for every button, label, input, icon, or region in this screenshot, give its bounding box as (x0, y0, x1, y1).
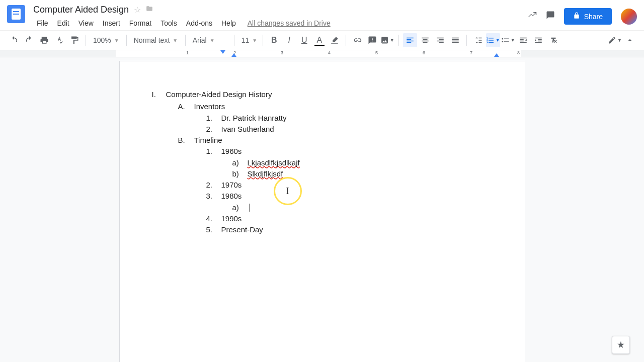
decrease-indent-button[interactable] (516, 33, 530, 47)
outline-item[interactable]: Computer-Aided Design HistoryInventorsDr… (166, 89, 493, 235)
outline-text[interactable]: Present-Day (221, 225, 263, 234)
align-center-button[interactable] (418, 33, 432, 47)
highlight-color-button[interactable] (328, 33, 342, 47)
titlebar: Computer Aided Design ☆ File Edit View I… (0, 0, 644, 30)
activity-trend-icon[interactable] (528, 11, 537, 22)
explore-button[interactable] (612, 336, 630, 354)
menubar: File Edit View Insert Format Tools Add-o… (33, 16, 528, 30)
outline-item[interactable]: 1960sLkjasdlfkjsdlkajfSlkdjflkjsdf (221, 146, 493, 179)
outline-text[interactable]: 1990s (221, 214, 242, 223)
outline-text[interactable]: Inventors (194, 102, 225, 111)
outline-text[interactable]: Slkdjflkjsdf (248, 169, 283, 178)
outline-text[interactable]: Computer-Aided Design History (166, 90, 272, 99)
outline-item[interactable]: Ivan Sutherland (221, 124, 493, 134)
bold-button[interactable]: B (267, 33, 281, 47)
outline-item[interactable]: 1990s (221, 214, 493, 224)
redo-button[interactable] (22, 33, 36, 47)
insert-image-button[interactable]: ▼ (380, 33, 394, 47)
comments-icon[interactable] (546, 11, 555, 22)
underline-button[interactable]: U (297, 33, 311, 47)
undo-button[interactable] (7, 33, 21, 47)
menu-tools[interactable]: Tools (157, 18, 181, 28)
outline-item[interactable]: 1970s (221, 180, 493, 190)
document-canvas[interactable]: Computer-Aided Design HistoryInventorsDr… (0, 57, 644, 362)
outline-text[interactable]: Dr. Patrick Hanratty (221, 114, 287, 122)
page[interactable]: Computer-Aided Design HistoryInventorsDr… (120, 61, 525, 362)
document-title[interactable]: Computer Aided Design (33, 5, 129, 15)
menu-help[interactable]: Help (218, 18, 239, 28)
paragraph-style-select[interactable]: Normal text▼ (131, 33, 181, 47)
share-button[interactable]: Share (564, 8, 612, 25)
font-size-select[interactable]: 11▼ (238, 33, 259, 47)
numbered-list-button[interactable]: ▼ (486, 33, 500, 47)
menu-view[interactable]: View (75, 18, 97, 28)
outline-item[interactable]: Slkdjflkjsdf (248, 169, 493, 179)
menu-addons[interactable]: Add-ons (183, 18, 216, 28)
outline-item[interactable]: Timeline1960sLkjasdlfkjsdlkajfSlkdjflkjs… (194, 135, 493, 235)
lock-icon (573, 12, 580, 21)
star-icon[interactable]: ☆ (134, 5, 141, 15)
left-indent-marker[interactable] (231, 53, 236, 57)
toolbar: 100%▼ Normal text▼ Arial▼ 11▼ B I U A ▼ … (0, 30, 644, 50)
outline-text[interactable]: 1980s (221, 192, 242, 200)
insert-link-button[interactable] (350, 33, 364, 47)
outline-text[interactable]: 1960s (221, 147, 242, 155)
menu-edit[interactable]: Edit (54, 18, 73, 28)
save-status[interactable]: All changes saved in Drive (248, 19, 331, 27)
text-cursor (250, 204, 250, 212)
align-justify-button[interactable] (448, 33, 462, 47)
outline-item[interactable]: InventorsDr. Patrick HanrattyIvan Suther… (194, 102, 493, 134)
docs-app-icon[interactable] (7, 5, 25, 23)
menu-file[interactable]: File (33, 18, 52, 28)
account-avatar[interactable] (621, 9, 637, 25)
move-to-folder-icon[interactable] (146, 5, 153, 14)
outline-item[interactable] (248, 203, 493, 213)
italic-button[interactable]: I (282, 33, 296, 47)
zoom-select[interactable]: 100%▼ (90, 33, 122, 47)
outline-text[interactable]: Timeline (194, 136, 222, 144)
text-color-button[interactable]: A (312, 33, 327, 47)
outline-text[interactable]: Ivan Sutherland (221, 125, 274, 133)
horizontal-ruler[interactable]: 1 2 3 4 5 6 7 8 (0, 50, 644, 57)
increase-indent-button[interactable] (531, 33, 545, 47)
menu-format[interactable]: Format (126, 18, 155, 28)
align-left-button[interactable] (403, 33, 417, 47)
insert-comment-button[interactable] (365, 33, 379, 47)
outline-item[interactable]: Lkjasdlfkjsdlkajf (248, 158, 493, 168)
bulleted-list-button[interactable]: ▼ (501, 33, 515, 47)
menu-insert[interactable]: Insert (99, 18, 124, 28)
first-line-indent-marker[interactable] (220, 50, 225, 54)
outline-text[interactable]: Lkjasdlfkjsdlkajf (248, 158, 300, 167)
outline-item[interactable]: 1980s (221, 191, 493, 213)
editing-mode-button[interactable]: ▼ (608, 33, 622, 47)
outline-item[interactable]: Dr. Patrick Hanratty (221, 113, 493, 123)
paint-format-button[interactable] (67, 33, 82, 47)
share-label: Share (584, 13, 603, 21)
clear-formatting-button[interactable] (546, 33, 560, 47)
right-indent-marker[interactable] (494, 53, 499, 57)
outline-text[interactable]: 1970s (221, 180, 242, 189)
spellcheck-button[interactable] (52, 33, 66, 47)
hide-menus-button[interactable] (623, 33, 637, 47)
font-family-select[interactable]: Arial▼ (190, 33, 230, 47)
outline-item[interactable]: Present-Day (221, 225, 493, 235)
line-spacing-button[interactable] (471, 33, 485, 47)
align-right-button[interactable] (433, 33, 447, 47)
print-button[interactable] (37, 33, 51, 47)
